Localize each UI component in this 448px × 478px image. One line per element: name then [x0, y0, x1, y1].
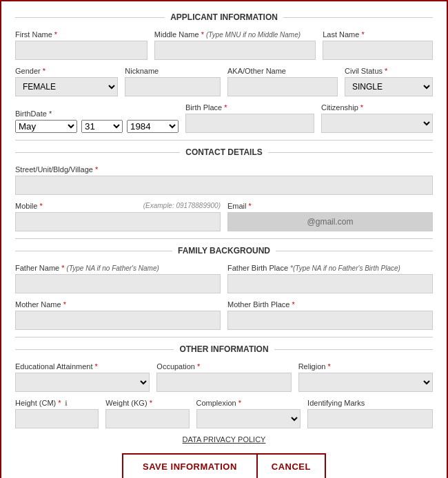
middle-name-field: Middle Name * (Type MNU if no Middle Nam…: [154, 30, 316, 60]
height-input[interactable]: [15, 409, 99, 428]
email-field: Email *: [227, 202, 433, 231]
father-row: Father Name * (Type NA if no Father's Na…: [15, 264, 433, 293]
mobile-input[interactable]: [15, 212, 221, 231]
gender-field: Gender * FEMALE MALE: [15, 67, 118, 96]
father-bplace-field: Father Birth Place *(Type NA if no Fathe…: [227, 264, 433, 293]
last-name-field: Last Name *: [323, 30, 433, 60]
height-info-icon: ℹ: [65, 399, 68, 407]
birth-place-input[interactable]: [185, 114, 314, 133]
divider-other: [15, 337, 433, 337]
identifying-marks-input[interactable]: [307, 409, 433, 428]
applicant-info-header: APPLICANT INFORMATION: [15, 12, 433, 22]
gender-row: Gender * FEMALE MALE Nickname AKA/Other …: [15, 67, 433, 96]
mother-name-field: Mother Name *: [15, 300, 221, 330]
mother-name-label: Mother Name *: [15, 300, 221, 309]
birth-day-select[interactable]: 31: [81, 120, 123, 133]
mother-bplace-input[interactable]: [227, 311, 433, 330]
form-container: APPLICANT INFORMATION First Name * Middl…: [0, 0, 448, 478]
birth-month-select[interactable]: May January February March April June: [15, 120, 77, 133]
mother-bplace-field: Mother Birth Place *: [227, 300, 433, 330]
cancel-button[interactable]: CANCEL: [258, 453, 326, 478]
edu-label: Educational Attainment *: [15, 362, 150, 371]
last-name-input[interactable]: [323, 41, 433, 60]
edu-occ-rel-row: Educational Attainment * Elementary High…: [15, 362, 433, 392]
weight-label: Weight (KG) *: [105, 399, 189, 407]
first-name-input[interactable]: [15, 41, 147, 60]
edu-select[interactable]: Elementary High School College Vocationa…: [15, 373, 150, 392]
birthdate-row: BirthDate * May January February March A…: [15, 103, 433, 133]
birth-year-select[interactable]: 1984: [127, 120, 179, 133]
physical-row: Height (CM) * ℹ Weight (KG) * Complexion…: [15, 399, 433, 428]
email-label: Email *: [227, 202, 433, 210]
father-name-field: Father Name * (Type NA if no Father's Na…: [15, 264, 221, 293]
nickname-input[interactable]: [125, 77, 221, 96]
email-input[interactable]: [227, 212, 433, 231]
religion-field: Religion * Catholic Christian Islam Othe…: [298, 362, 433, 392]
gender-select[interactable]: FEMALE MALE: [15, 77, 118, 96]
complexion-select[interactable]: Fair Brown Dark Morena: [196, 409, 301, 428]
father-bplace-input[interactable]: [227, 274, 433, 293]
gender-label: Gender *: [15, 67, 118, 75]
birth-place-field: Birth Place *: [185, 103, 314, 133]
complexion-label: Complexion *: [196, 399, 301, 407]
birthdate-selects: May January February March April June 31…: [15, 120, 179, 133]
civil-status-label: Civil Status *: [345, 67, 433, 75]
mobile-hint: (Example: 09178889900): [143, 202, 221, 210]
citizenship-select[interactable]: FILIPINO OTHER: [321, 114, 433, 133]
citizenship-field: Citizenship * FILIPINO OTHER: [321, 103, 433, 133]
birth-place-label: Birth Place *: [185, 103, 314, 112]
middle-name-input[interactable]: [154, 41, 316, 60]
street-label: Street/Unit/Bldg/Village *: [15, 165, 433, 174]
citizenship-label: Citizenship *: [321, 103, 433, 112]
family-header: FAMILY BACKGROUND: [15, 246, 433, 256]
section-title-applicant: APPLICANT INFORMATION: [170, 12, 278, 22]
religion-label: Religion *: [298, 362, 433, 371]
father-bplace-label: Father Birth Place *(Type NA if no Fathe…: [227, 264, 433, 272]
action-buttons-row: SAVE INFORMATION CANCEL: [15, 453, 433, 478]
aka-field: AKA/Other Name: [227, 67, 338, 96]
divider-contact: [15, 140, 433, 141]
occupation-label: Occupation *: [156, 362, 291, 371]
occupation-field: Occupation *: [156, 362, 291, 392]
mobile-email-row: Mobile * (Example: 09178889900) Email *: [15, 202, 433, 231]
name-row: First Name * Middle Name * (Type MNU if …: [15, 30, 433, 60]
identifying-marks-field: Identifying Marks: [307, 399, 433, 428]
edu-field: Educational Attainment * Elementary High…: [15, 362, 150, 392]
section-title-contact: CONTACT DETAILS: [185, 147, 263, 157]
mother-name-input[interactable]: [15, 311, 221, 330]
birthdate-group-outer: BirthDate * May January February March A…: [15, 110, 179, 133]
aka-input[interactable]: [227, 77, 338, 96]
weight-field: Weight (KG) *: [105, 399, 189, 428]
street-row: Street/Unit/Bldg/Village *: [15, 165, 433, 195]
nickname-field: Nickname: [125, 67, 221, 96]
mobile-field: Mobile * (Example: 09178889900): [15, 202, 221, 231]
aka-label: AKA/Other Name: [227, 67, 338, 75]
mother-bplace-label: Mother Birth Place *: [227, 300, 433, 309]
save-button[interactable]: SAVE INFORMATION: [122, 453, 258, 478]
mobile-label: Mobile * (Example: 09178889900): [15, 202, 221, 210]
weight-input[interactable]: [105, 409, 189, 428]
civil-status-select[interactable]: SINGLE MARRIED WIDOWED: [345, 77, 433, 96]
section-title-other: OTHER INFORMATION: [179, 344, 268, 354]
occupation-input[interactable]: [156, 373, 291, 392]
last-name-label: Last Name *: [323, 30, 433, 39]
first-name-field: First Name *: [15, 30, 147, 60]
privacy-policy-link[interactable]: DATA PRIVACY POLICY: [15, 435, 433, 444]
other-info-header: OTHER INFORMATION: [15, 344, 433, 354]
identifying-marks-label: Identifying Marks: [307, 399, 433, 407]
religion-select[interactable]: Catholic Christian Islam Other: [298, 373, 433, 392]
height-label: Height (CM) * ℹ: [15, 399, 99, 407]
divider-family: [15, 238, 433, 239]
height-field: Height (CM) * ℹ: [15, 399, 99, 428]
father-name-input[interactable]: [15, 274, 221, 293]
section-title-family: FAMILY BACKGROUND: [178, 246, 270, 256]
contact-header: CONTACT DETAILS: [15, 147, 433, 157]
father-name-label: Father Name * (Type NA if no Father's Na…: [15, 264, 221, 272]
mother-row: Mother Name * Mother Birth Place *: [15, 300, 433, 330]
birthdate-label: BirthDate *: [15, 110, 179, 118]
civil-status-field: Civil Status * SINGLE MARRIED WIDOWED: [345, 67, 433, 96]
street-field: Street/Unit/Bldg/Village *: [15, 165, 433, 195]
nickname-label: Nickname: [125, 67, 221, 75]
street-input[interactable]: [15, 176, 433, 195]
complexion-field: Complexion * Fair Brown Dark Morena: [196, 399, 301, 428]
